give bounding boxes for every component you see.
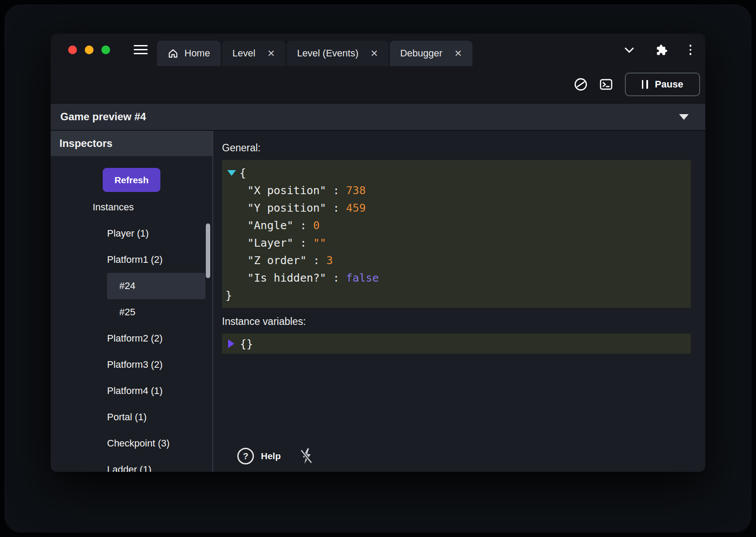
- help-row: ? Help: [237, 447, 313, 465]
- sidebar-header: Inspectors: [51, 131, 212, 156]
- home-icon: [167, 48, 179, 59]
- tab-level-events[interactable]: Level (Events) ×: [287, 41, 388, 66]
- hamburger-menu-icon[interactable]: [134, 45, 148, 54]
- general-section-label: General:: [222, 142, 691, 154]
- tab-debugger[interactable]: Debugger ×: [390, 41, 472, 66]
- sidebar-item-label: Platform2 (2): [107, 333, 163, 344]
- close-brace: }: [225, 289, 232, 302]
- json-property-value: 3: [326, 254, 333, 267]
- sidebar-item-label: Platform1 (2): [107, 254, 163, 265]
- sidebar-item-label: Instances: [93, 202, 134, 213]
- pause-button-label: Pause: [655, 79, 683, 90]
- circle-slash-icon: [573, 77, 588, 92]
- sidebar-item[interactable]: Platform2 (2): [51, 325, 212, 352]
- overflow-menu-icon[interactable]: [688, 43, 694, 57]
- chevron-down-icon[interactable]: [623, 43, 636, 56]
- json-separator: :: [293, 237, 313, 249]
- instance-variables-label: Instance variables:: [222, 316, 691, 328]
- content-area: Inspectors Refresh Instances Player (1) …: [51, 131, 705, 472]
- console-button[interactable]: [595, 73, 617, 95]
- tab-label: Level: [232, 48, 256, 59]
- json-property-key: "Angle": [247, 219, 293, 232]
- json-open-line: {: [222, 164, 691, 181]
- json-property-line: "Y position" : 459: [222, 199, 691, 216]
- slow-motion-button[interactable]: [570, 73, 592, 95]
- app-window: Home Level × Level (Events) × Debugger ×: [51, 34, 705, 472]
- instance-variables-box: {}: [222, 334, 691, 354]
- debugger-toolbar: Pause: [51, 66, 705, 103]
- extensions-puzzle-icon[interactable]: [656, 44, 668, 56]
- pause-icon: [642, 80, 648, 89]
- sidebar-item-label: #25: [119, 307, 135, 318]
- zoom-window-button[interactable]: [101, 45, 110, 54]
- close-icon[interactable]: ×: [371, 47, 378, 59]
- sidebar-item[interactable]: Player (1): [51, 220, 212, 247]
- flash-off-button[interactable]: [299, 447, 313, 465]
- sidebar-item[interactable]: Platform4 (1): [51, 378, 212, 404]
- expand-triangle-icon[interactable]: [228, 339, 234, 348]
- json-property-key: "Z order": [247, 254, 306, 267]
- inspectors-sidebar: Inspectors Refresh Instances Player (1) …: [51, 131, 213, 472]
- close-icon[interactable]: ×: [454, 47, 461, 59]
- collapse-triangle-icon[interactable]: [227, 170, 236, 176]
- tab-level[interactable]: Level ×: [222, 41, 285, 66]
- close-window-button[interactable]: [68, 45, 77, 54]
- close-icon[interactable]: ×: [267, 47, 274, 59]
- json-property-line: "Layer" : "": [222, 234, 691, 251]
- tab-home[interactable]: Home: [157, 41, 221, 66]
- json-property-value: "": [313, 237, 326, 249]
- sidebar-item-label: Ladder (1): [107, 464, 152, 472]
- sidebar-scrollbar-thumb[interactable]: [206, 223, 210, 278]
- sidebar-item-list: Instances Player (1) Platform1 (2) #24 #…: [51, 194, 212, 472]
- tab-label: Level (Events): [297, 48, 359, 59]
- json-property-line: "Angle" : 0: [222, 216, 691, 234]
- sidebar-item[interactable]: #25: [51, 299, 212, 325]
- sidebar-item[interactable]: Portal (1): [51, 404, 212, 430]
- titlebar: Home Level × Level (Events) × Debugger ×: [51, 34, 705, 66]
- sidebar-item[interactable]: Checkpoint (3): [51, 430, 212, 457]
- minimize-window-button[interactable]: [85, 45, 94, 54]
- json-property-line: "X position" : 738: [222, 181, 691, 199]
- json-separator: :: [326, 272, 346, 284]
- json-property-key: "Is hidden?": [247, 272, 326, 284]
- instance-variables-value: {}: [240, 338, 253, 350]
- caret-down-icon[interactable]: [679, 114, 689, 120]
- sidebar-item-label: Portal (1): [107, 411, 146, 423]
- preview-selector-bar[interactable]: Game preview #4: [51, 103, 705, 131]
- help-button[interactable]: ?: [237, 448, 254, 464]
- sidebar-item[interactable]: Platform1 (2): [51, 247, 212, 273]
- preview-title: Game preview #4: [60, 111, 146, 123]
- titlebar-actions: [623, 34, 694, 66]
- json-property-value: false: [346, 272, 379, 284]
- json-property-key: "Layer": [247, 237, 293, 249]
- sidebar-item[interactable]: #24: [107, 273, 205, 299]
- json-property-value: 459: [346, 202, 366, 214]
- json-separator: :: [326, 184, 346, 197]
- json-property-value: 738: [346, 184, 366, 197]
- flash-off-icon: [299, 447, 313, 465]
- sidebar-item-label: Player (1): [107, 228, 149, 239]
- help-label: Help: [261, 451, 281, 461]
- open-brace: {: [239, 167, 246, 179]
- json-property-key: "Y position": [247, 202, 326, 214]
- pause-button[interactable]: Pause: [625, 73, 700, 96]
- tab-label: Home: [184, 48, 210, 59]
- sidebar-item[interactable]: Ladder (1): [51, 457, 212, 472]
- json-property-line: "Z order" : 3: [222, 251, 691, 269]
- json-separator: :: [326, 202, 346, 214]
- json-property-key: "X position": [247, 184, 326, 197]
- sidebar-item-label: #24: [119, 280, 135, 292]
- tab-bar: Home Level × Level (Events) × Debugger ×: [157, 41, 472, 66]
- sidebar-item-label: Checkpoint (3): [107, 438, 170, 449]
- window-controls: [68, 45, 110, 54]
- sidebar-item-label: Platform4 (1): [107, 385, 163, 397]
- json-property-line: "Is hidden?" : false: [222, 269, 691, 286]
- sidebar-item-label: Platform3 (2): [107, 359, 163, 370]
- refresh-button[interactable]: Refresh: [103, 168, 160, 192]
- terminal-icon: [599, 77, 614, 92]
- sidebar-item[interactable]: Instances: [51, 194, 212, 220]
- json-close-line: }: [222, 286, 691, 304]
- property-lines: "X position" : 738 "Y position" : 459 "A…: [222, 181, 691, 286]
- json-property-value: 0: [313, 219, 320, 232]
- sidebar-item[interactable]: Platform3 (2): [51, 352, 212, 378]
